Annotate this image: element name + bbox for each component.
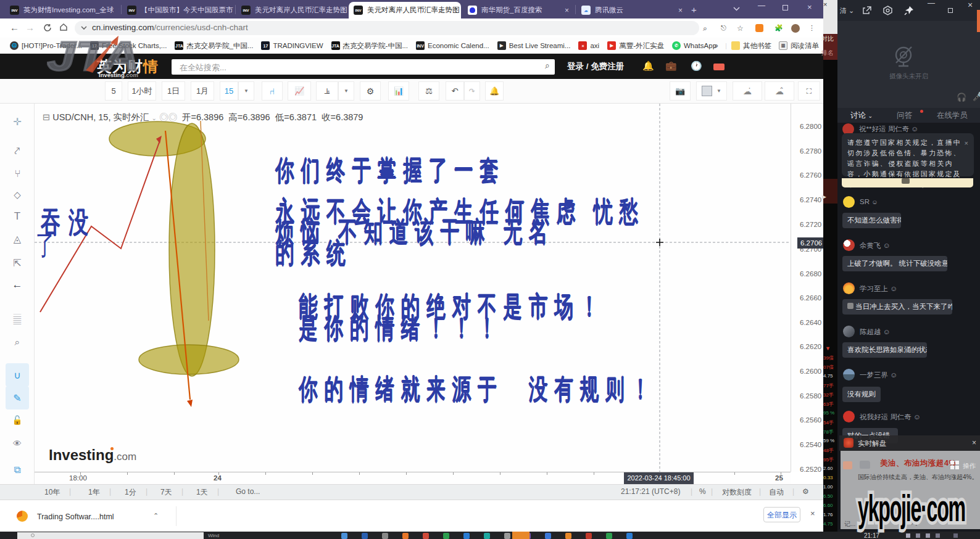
- svg-text:JTA: JTA: [47, 33, 139, 79]
